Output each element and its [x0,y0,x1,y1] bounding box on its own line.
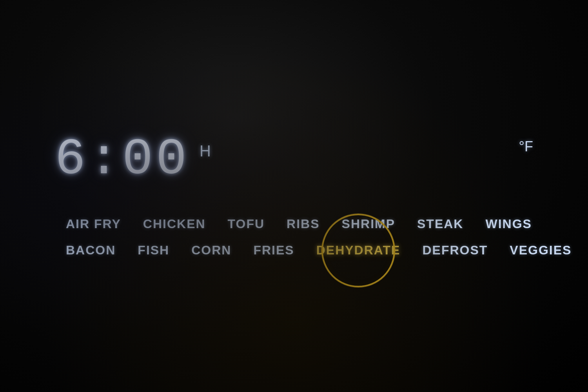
time-readout: 6:00 [55,134,190,185]
menu-item-corn[interactable]: CORN [180,243,242,258]
menu-item-fries[interactable]: FRIES [242,243,305,258]
menu-row-1: AIR FRY CHICKEN TOFU RIBS SHRIMP STEAK W… [55,217,533,231]
menu-item-veggies[interactable]: VEGGIES [499,243,583,258]
menu-item-air-fry[interactable]: AIR FRY [55,217,132,231]
menu-item-fish[interactable]: FISH [127,243,180,258]
appliance-panel: 6:00 H °F AIR FRY CHICKEN TOFU RIBS SHRI… [0,0,588,392]
time-unit-label: H [200,142,211,160]
menu-item-ribs[interactable]: RIBS [276,217,330,231]
menu-row-2: BACON FISH CORN FRIES DEHYDRATE DEFROST … [55,243,533,258]
menu-item-chicken[interactable]: CHICKEN [132,217,217,231]
time-display: 6:00 H [55,134,211,185]
menu-item-bacon[interactable]: BACON [55,243,127,258]
menu-section: AIR FRY CHICKEN TOFU RIBS SHRIMP STEAK W… [47,217,541,258]
temperature-unit: °F [519,138,533,155]
menu-item-wings[interactable]: WINGS [474,217,543,231]
display-section: 6:00 H °F [47,134,541,185]
menu-item-dehydrate[interactable]: DEHYDRATE [305,243,412,258]
menu-item-steak[interactable]: STEAK [406,217,474,231]
menu-item-shrimp[interactable]: SHRIMP [331,217,406,231]
menu-item-tofu[interactable]: TOFU [217,217,276,231]
menu-item-defrost[interactable]: DEFROST [411,243,499,258]
